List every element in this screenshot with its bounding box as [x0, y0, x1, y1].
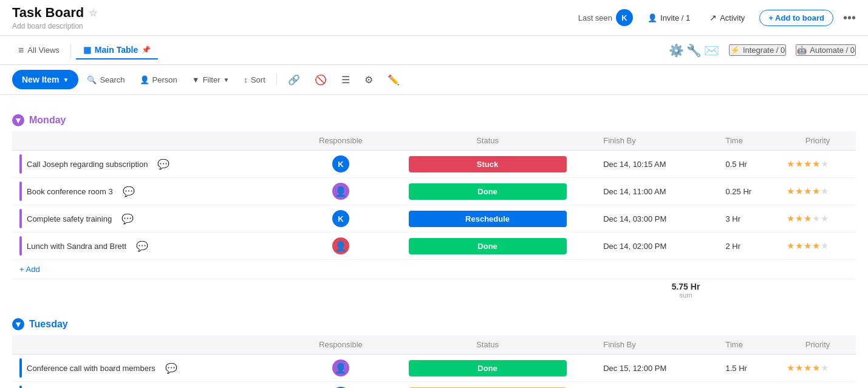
status-cell[interactable]: Done	[379, 178, 596, 205]
table-row[interactable]: Call Joseph regarding subscription 💬 K S…	[12, 151, 856, 178]
integration-icon-1: ⚙️	[669, 43, 684, 58]
time-cell: 3 Hr	[719, 205, 780, 233]
tuesday-toggle[interactable]: ▼	[12, 318, 24, 330]
star-filled: ★	[787, 158, 795, 169]
task-name-cell: Call Joseph regarding subscription 💬	[12, 151, 302, 178]
invite-button[interactable]: 👤 Invite / 1	[643, 11, 695, 25]
table-row[interactable]: Lunch with Sandra and Brett 💬 👤 Done Dec…	[12, 233, 856, 260]
time-cell: 0.5 Hr	[719, 151, 780, 178]
responsible-cell: 👤	[302, 233, 379, 260]
time-col-header: Time	[719, 131, 780, 151]
star-filled: ★	[812, 362, 820, 373]
status-cell[interactable]: Working on it	[379, 382, 596, 389]
edit-icon: ✏️	[388, 74, 400, 86]
table-row[interactable]: Book conference room 3 💬 👤 Done Dec 14, …	[12, 178, 856, 205]
hide-icon-button[interactable]: 🚫	[309, 70, 333, 89]
automate-button[interactable]: 🤖 Automate / 0	[796, 44, 856, 56]
status-cell[interactable]: Done	[379, 355, 596, 382]
task-name: Call Joseph regarding subscription	[27, 160, 148, 169]
priority-col-header: Priority	[779, 131, 856, 151]
table-row[interactable]: Conference call with board members 💬 👤 D…	[12, 355, 856, 382]
table-row[interactable]: Complete monthly report 💬 K Working on i…	[12, 382, 856, 389]
comment-icon[interactable]: 💬	[157, 158, 169, 170]
pin-icon: 📌	[142, 46, 151, 54]
star-filled: ★	[795, 158, 803, 169]
person-button[interactable]: 👤 Person	[134, 72, 183, 88]
status-col-header-tue: Status	[379, 335, 596, 355]
comment-icon[interactable]: 💬	[123, 186, 135, 197]
monday-toggle[interactable]: ▼	[12, 114, 24, 126]
app-title: Task Board ☆	[12, 5, 97, 21]
star-filled: ★	[787, 186, 795, 197]
automate-icon: 🤖	[797, 46, 807, 55]
status-badge: Done	[409, 360, 567, 376]
tuesday-group-header: ▼ Tuesday	[12, 313, 856, 335]
more-options-button[interactable]: •••	[843, 11, 856, 25]
status-badge: Done	[409, 183, 567, 200]
star-filled: ★	[812, 186, 820, 197]
all-views-button[interactable]: ≡ All Views	[12, 41, 66, 60]
status-badge: Reschedule	[409, 211, 567, 227]
task-name: Lunch with Sandra and Brett	[27, 242, 126, 251]
new-item-button[interactable]: New Item ▼	[12, 70, 78, 89]
avatar: 👤	[332, 183, 349, 200]
sort-button[interactable]: ↕ Sort	[238, 72, 271, 88]
hamburger-icon: ≡	[18, 45, 24, 56]
table-row[interactable]: Complete safety training 💬 K Reschedule …	[12, 205, 856, 233]
status-badge: Stuck	[409, 156, 567, 172]
add-to-board-button[interactable]: + Add to board	[759, 10, 833, 26]
main-table-tab[interactable]: ▦ Main Table 📌	[76, 41, 158, 60]
avatar: 👤	[332, 359, 349, 376]
responsible-cell: K	[302, 205, 379, 233]
person-icon: 👤	[648, 13, 657, 22]
priority-cell: ★★★★★	[779, 151, 856, 178]
search-button[interactable]: 🔍 Search	[81, 72, 131, 88]
app-subtitle[interactable]: Add board description	[12, 22, 97, 30]
search-icon: 🔍	[87, 75, 97, 84]
activity-button[interactable]: ↗ Activity	[705, 10, 750, 25]
nav-right: ⚙️ 🔧 ✉️ ⚡ Integrate / 0 🤖 Automate / 0	[669, 43, 856, 58]
group-icon-button[interactable]: ☰	[335, 70, 356, 89]
settings-icon: ⚙	[364, 74, 373, 86]
status-col-header: Status	[379, 131, 596, 151]
star-filled: ★	[812, 240, 820, 251]
task-col-header-tue	[12, 335, 302, 355]
integration-icon-2: 🔧	[686, 43, 702, 58]
monday-add-row[interactable]: + Add	[12, 260, 856, 279]
finish-by-cell: Dec 15, 05:00 PM	[596, 382, 718, 389]
star-filled: ★	[795, 362, 803, 373]
monday-title: Monday	[29, 115, 66, 126]
integrate-icon: ⚡	[730, 46, 740, 55]
time-col-header-tue: Time	[719, 335, 780, 355]
nav-icons: ⚙️ 🔧 ✉️	[669, 43, 719, 58]
tuesday-table: Responsible Status Finish By Time Priori…	[12, 335, 856, 388]
star-filled: ★	[804, 362, 812, 373]
status-cell[interactable]: Reschedule	[379, 205, 596, 233]
comment-icon[interactable]: 💬	[165, 362, 177, 374]
user-avatar: K	[616, 9, 633, 26]
priority-cell: ★★★★★	[779, 233, 856, 260]
monday-sum-box: 5.75 Hr sum	[655, 282, 716, 299]
group-bar	[19, 386, 22, 388]
task-name-cell: Conference call with board members 💬	[12, 355, 302, 382]
star-empty: ★	[821, 213, 829, 224]
tuesday-group: ▼ Tuesday Responsible Status Finish By T…	[12, 313, 856, 388]
group-bar	[19, 358, 22, 378]
status-cell[interactable]: Done	[379, 233, 596, 260]
star-filled: ★	[787, 362, 795, 373]
integrate-button[interactable]: ⚡ Integrate / 0	[729, 44, 786, 56]
finish-col-header: Finish By	[596, 131, 718, 151]
link-icon-button[interactable]: 🔗	[282, 70, 306, 89]
status-cell[interactable]: Stuck	[379, 151, 596, 178]
group-bar	[19, 182, 22, 201]
settings-icon-button[interactable]: ⚙	[358, 70, 379, 89]
comment-icon[interactable]: 💬	[136, 240, 148, 252]
finish-col-header-tue: Finish By	[596, 335, 718, 355]
star-rating: ★★★★★	[787, 362, 849, 373]
comment-icon[interactable]: 💬	[121, 213, 134, 225]
star-filled: ★	[795, 213, 803, 224]
status-badge: Done	[409, 238, 567, 254]
filter-button[interactable]: ▼ Filter ▼	[186, 72, 236, 88]
monday-table-wrapper: Responsible Status Finish By Time Priori…	[12, 131, 856, 279]
edit-icon-button[interactable]: ✏️	[381, 70, 406, 89]
